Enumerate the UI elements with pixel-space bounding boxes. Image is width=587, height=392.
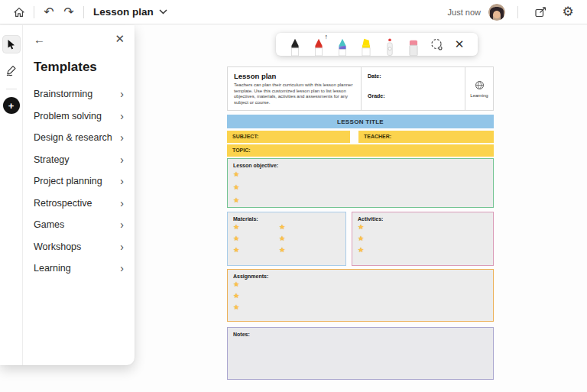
learning-category-icon xyxy=(475,80,485,90)
activities-label: Activities: xyxy=(358,216,488,222)
teacher-field[interactable]: TEACHER: xyxy=(358,131,494,143)
sidebar-item-problem-solving[interactable]: Problem solving › xyxy=(34,105,124,128)
ink-tool-button[interactable] xyxy=(2,61,21,79)
close-pen-toolbar-button[interactable]: ✕ xyxy=(448,33,471,56)
undo-icon: ↶ xyxy=(44,6,54,18)
materials-star-column: ★★★ xyxy=(233,222,239,256)
galaxy-pen-button[interactable] xyxy=(330,33,354,56)
home-button[interactable] xyxy=(9,2,29,22)
select-tool-button[interactable] xyxy=(2,35,21,53)
assignments-label: Assignments: xyxy=(233,274,488,279)
close-icon: ✕ xyxy=(455,37,465,51)
assignments-stars: ★★★ xyxy=(233,279,488,313)
red-pen-icon xyxy=(311,37,326,56)
user-photo-icon xyxy=(488,4,505,21)
notes-label: Notes: xyxy=(233,332,488,337)
sidebar-item-brainstorming[interactable]: Brainstorming › xyxy=(34,83,124,105)
topic-field[interactable]: TOPIC: xyxy=(227,144,494,157)
cursor-icon xyxy=(6,39,16,50)
chevron-right-icon: › xyxy=(120,262,124,274)
lesson-title-label: LESSON TITLE xyxy=(337,118,384,125)
back-button[interactable]: ← xyxy=(34,33,45,46)
activities-stars: ★★★ xyxy=(358,222,488,256)
template-title: Lesson plan xyxy=(234,72,355,80)
star-icon: ★ xyxy=(279,245,285,256)
black-pen-button[interactable] xyxy=(283,33,306,56)
item-label: Workshops xyxy=(34,241,81,252)
share-icon xyxy=(534,6,547,18)
star-icon: ★ xyxy=(233,302,488,313)
templates-panel-content: ← ✕ Templates Brainstorming › Problem so… xyxy=(23,25,135,365)
star-icon: ★ xyxy=(233,279,488,290)
lesson-objective-box[interactable]: Lesson objective: ★★★ xyxy=(227,158,494,208)
chevron-right-icon: › xyxy=(120,197,124,209)
date-label: Date: xyxy=(368,73,459,79)
close-panel-button[interactable]: ✕ xyxy=(115,32,125,46)
star-icon: ★ xyxy=(233,168,488,181)
template-category-cell: Learning xyxy=(465,67,493,110)
star-icon: ★ xyxy=(279,222,285,233)
star-icon: ★ xyxy=(233,290,488,302)
chevron-right-icon: › xyxy=(120,241,124,253)
eraser-button[interactable] xyxy=(401,33,425,56)
star-icon: ★ xyxy=(358,245,488,256)
share-button[interactable] xyxy=(530,2,550,22)
item-label: Design & research xyxy=(34,132,112,143)
board-title-dropdown[interactable]: Lesson plan xyxy=(93,6,167,18)
star-icon: ★ xyxy=(358,233,488,245)
redo-button[interactable]: ↷ xyxy=(59,2,79,22)
sidebar-item-strategy[interactable]: Strategy › xyxy=(34,149,124,171)
template-header-card[interactable]: Lesson plan Teachers can plan their curr… xyxy=(227,66,494,111)
chevron-right-icon: › xyxy=(120,131,124,144)
active-pen-arrow-icon: ↑ xyxy=(325,34,329,40)
template-category-list: Brainstorming › Problem solving › Design… xyxy=(34,83,124,280)
highlighter-icon xyxy=(358,37,374,56)
sidebar-item-retrospective[interactable]: Retrospective › xyxy=(34,193,124,215)
laser-pointer-button[interactable] xyxy=(378,33,401,56)
notes-box[interactable]: Notes: xyxy=(227,327,494,380)
lasso-icon xyxy=(430,37,444,52)
home-icon xyxy=(13,6,25,18)
undo-button[interactable]: ↶ xyxy=(39,2,59,22)
materials-star-column: ★★★ xyxy=(279,222,285,256)
red-pen-button[interactable]: ↑ xyxy=(306,33,330,56)
sidebar-item-project-planning[interactable]: Project planning › xyxy=(34,170,124,193)
objective-stars: ★★★ xyxy=(233,168,488,207)
sidebar-item-workshops[interactable]: Workshops › xyxy=(34,236,124,258)
sidebar-item-games[interactable]: Games › xyxy=(34,214,124,236)
chevron-right-icon: › xyxy=(120,88,124,100)
item-label: Learning xyxy=(34,263,71,274)
activities-box[interactable]: Activities: ★★★ xyxy=(352,212,494,266)
template-description-cell: Lesson plan Teachers can plan their curr… xyxy=(228,67,362,110)
chevron-down-icon xyxy=(159,9,167,15)
lesson-plan-template[interactable]: Lesson plan Teachers can plan their curr… xyxy=(227,66,494,380)
lesson-title-bar[interactable]: LESSON TITLE xyxy=(227,115,494,128)
settings-button[interactable]: ⚙ xyxy=(558,2,578,22)
star-icon: ★ xyxy=(279,233,285,245)
gear-icon: ⚙ xyxy=(562,5,573,18)
create-new-button[interactable]: + xyxy=(3,97,20,114)
sidebar-item-design-research[interactable]: Design & research › xyxy=(34,127,124,149)
divider xyxy=(6,89,17,89)
divider xyxy=(34,6,34,18)
objective-label: Lesson objective: xyxy=(233,163,488,168)
chevron-right-icon: › xyxy=(120,175,124,187)
highlighter-button[interactable] xyxy=(354,33,378,56)
materials-box[interactable]: Materials: ★★★ ★★★ xyxy=(227,212,346,266)
assignments-box[interactable]: Assignments: ★★★ xyxy=(227,269,494,322)
chevron-right-icon: › xyxy=(120,110,124,122)
chevron-right-icon: › xyxy=(120,219,124,231)
lasso-select-button[interactable] xyxy=(425,33,448,56)
star-icon: ★ xyxy=(233,222,239,233)
avatar[interactable] xyxy=(488,4,505,21)
save-status: Just now xyxy=(448,8,481,17)
star-icon: ★ xyxy=(233,181,488,194)
pen-toolbar: ↑ xyxy=(276,33,478,56)
divider xyxy=(517,6,518,18)
chevron-right-icon: › xyxy=(120,154,124,166)
subject-field[interactable]: SUBJECT: xyxy=(227,131,350,143)
sidebar-item-learning[interactable]: Learning › xyxy=(34,258,124,280)
item-label: Project planning xyxy=(34,176,102,186)
item-label: Strategy xyxy=(34,154,70,165)
board-title: Lesson plan xyxy=(93,6,154,18)
